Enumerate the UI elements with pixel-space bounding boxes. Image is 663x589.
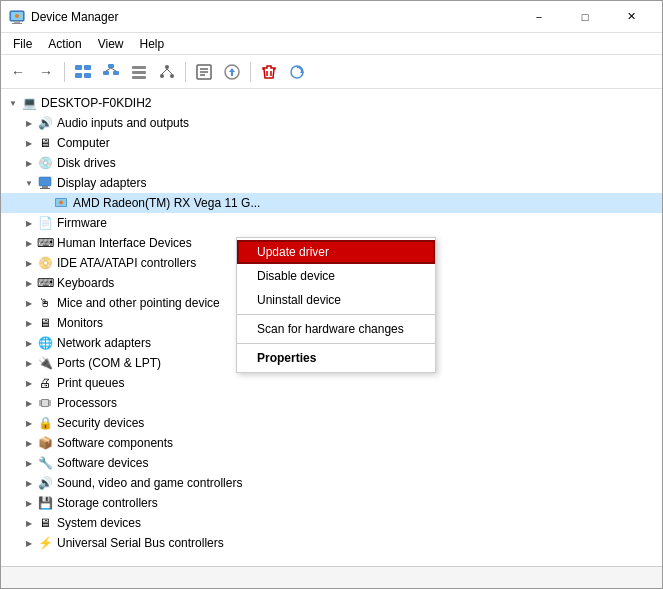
close-button[interactable]: ✕ [608, 1, 654, 33]
scan-changes-button[interactable] [284, 59, 310, 85]
audio-expand-btn[interactable] [21, 115, 37, 131]
sound-icon: 🔊 [37, 475, 53, 491]
ctx-scan[interactable]: Scan for hardware changes [237, 317, 435, 341]
hid-expand-btn[interactable] [21, 235, 37, 251]
sound-expand-btn[interactable] [21, 475, 37, 491]
tree-item-display[interactable]: Display adapters [1, 173, 662, 193]
swdev-icon: 🔧 [37, 455, 53, 471]
ide-expand-btn[interactable] [21, 255, 37, 271]
svg-point-17 [165, 65, 169, 69]
content-area: 💻 DESKTOP-F0KDIH2 🔊 Audio inputs and out… [1, 89, 662, 566]
svg-line-21 [167, 69, 172, 74]
processors-expand-btn[interactable] [21, 395, 37, 411]
back-button[interactable]: ← [5, 59, 31, 85]
resources-by-type-button[interactable] [126, 59, 152, 85]
display-label: Display adapters [57, 176, 146, 190]
ctx-update-driver[interactable]: Update driver [237, 240, 435, 264]
display-icon [37, 175, 53, 191]
print-expand-btn[interactable] [21, 375, 37, 391]
tree-item-swcomp[interactable]: 📦 Software components [1, 433, 662, 453]
ctx-uninstall-device[interactable]: Uninstall device [237, 288, 435, 312]
tree-item-sound[interactable]: 🔊 Sound, video and game controllers [1, 473, 662, 493]
tree-root[interactable]: 💻 DESKTOP-F0KDIH2 [1, 93, 662, 113]
swcomp-label: Software components [57, 436, 173, 450]
tree-item-audio[interactable]: 🔊 Audio inputs and outputs [1, 113, 662, 133]
svg-rect-8 [84, 73, 91, 78]
sysdev-icon: 🖥 [37, 515, 53, 531]
print-label: Print queues [57, 376, 124, 390]
uninstall-button[interactable] [256, 59, 282, 85]
forward-button[interactable]: → [33, 59, 59, 85]
firmware-expand-btn[interactable] [21, 215, 37, 231]
svg-rect-9 [108, 64, 114, 68]
root-expand-btn[interactable] [5, 95, 21, 111]
svg-point-4 [15, 14, 19, 18]
tree-item-computer[interactable]: 🖥 Computer [1, 133, 662, 153]
menu-file[interactable]: File [5, 35, 40, 53]
resources-by-connection-button[interactable] [154, 59, 180, 85]
disk-expand-btn[interactable] [21, 155, 37, 171]
monitors-expand-btn[interactable] [21, 315, 37, 331]
computer-expand-btn[interactable] [21, 135, 37, 151]
devices-by-type-button[interactable] [70, 59, 96, 85]
security-expand-btn[interactable] [21, 415, 37, 431]
swcomp-expand-btn[interactable] [21, 435, 37, 451]
devices-by-connection-button[interactable] [98, 59, 124, 85]
mice-icon: 🖱 [37, 295, 53, 311]
root-label: DESKTOP-F0KDIH2 [41, 96, 151, 110]
ctx-properties[interactable]: Properties [237, 346, 435, 370]
tree-item-swdev[interactable]: 🔧 Software devices [1, 453, 662, 473]
app-icon [9, 9, 25, 25]
ports-label: Ports (COM & LPT) [57, 356, 161, 370]
disk-label: Disk drives [57, 156, 116, 170]
hid-label: Human Interface Devices [57, 236, 192, 250]
svg-rect-16 [132, 76, 146, 79]
svg-rect-15 [132, 71, 146, 74]
mice-expand-btn[interactable] [21, 295, 37, 311]
svg-rect-38 [42, 400, 48, 406]
tree-item-print[interactable]: 🖨 Print queues [1, 373, 662, 393]
svg-point-18 [160, 74, 164, 78]
display-expand-btn[interactable] [21, 175, 37, 191]
swdev-expand-btn[interactable] [21, 455, 37, 471]
properties-button[interactable] [191, 59, 217, 85]
monitors-label: Monitors [57, 316, 103, 330]
maximize-button[interactable]: □ [562, 1, 608, 33]
tree-item-usb[interactable]: ⚡ Universal Serial Bus controllers [1, 533, 662, 553]
menu-view[interactable]: View [90, 35, 132, 53]
toolbar: ← → [1, 55, 662, 89]
swdev-label: Software devices [57, 456, 148, 470]
keyboard-label: Keyboards [57, 276, 114, 290]
minimize-button[interactable]: − [516, 1, 562, 33]
tree-item-sysdev[interactable]: 🖥 System devices [1, 513, 662, 533]
ports-expand-btn[interactable] [21, 355, 37, 371]
security-label: Security devices [57, 416, 144, 430]
menu-help[interactable]: Help [132, 35, 173, 53]
storage-expand-btn[interactable] [21, 495, 37, 511]
amd-label: AMD Radeon(TM) RX Vega 11 G... [73, 196, 260, 210]
context-menu: Update driver Disable device Uninstall d… [236, 237, 436, 373]
menu-action[interactable]: Action [40, 35, 89, 53]
firmware-label: Firmware [57, 216, 107, 230]
title-bar: Device Manager − □ ✕ [1, 1, 662, 33]
window-title: Device Manager [31, 10, 516, 24]
sysdev-expand-btn[interactable] [21, 515, 37, 531]
tree-item-processors[interactable]: Processors [1, 393, 662, 413]
update-driver-button[interactable] [219, 59, 245, 85]
tree-item-security[interactable]: 🔒 Security devices [1, 413, 662, 433]
computer-icon: 💻 [21, 95, 37, 111]
tree-item-firmware[interactable]: 📄 Firmware [1, 213, 662, 233]
mice-label: Mice and other pointing device [57, 296, 220, 310]
tree-item-amd[interactable]: AMD Radeon(TM) RX Vega 11 G... [1, 193, 662, 213]
tree-item-storage[interactable]: 💾 Storage controllers [1, 493, 662, 513]
svg-point-36 [59, 201, 63, 205]
keyboard-expand-btn[interactable] [21, 275, 37, 291]
usb-expand-btn[interactable] [21, 535, 37, 551]
tree-item-disk[interactable]: 💿 Disk drives [1, 153, 662, 173]
sysdev-label: System devices [57, 516, 141, 530]
svg-point-19 [170, 74, 174, 78]
audio-label: Audio inputs and outputs [57, 116, 189, 130]
sound-label: Sound, video and game controllers [57, 476, 242, 490]
ctx-disable-device[interactable]: Disable device [237, 264, 435, 288]
network-expand-btn[interactable] [21, 335, 37, 351]
